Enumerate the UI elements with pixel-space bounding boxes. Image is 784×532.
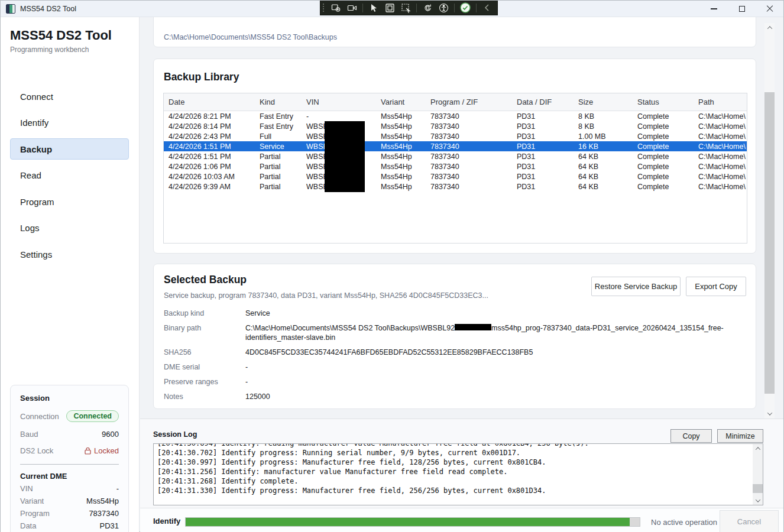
sidebar-item-logs[interactable]: Logs [10,218,129,239]
session-log-title: Session Log [153,430,197,439]
main-scrollbar-thumb[interactable] [764,92,775,394]
region-select-icon[interactable] [400,2,411,13]
selected-backup-card: Selected Backup Service backup, program … [153,264,756,409]
capture-settings-icon[interactable] [331,2,341,13]
drag-handle[interactable] [323,4,324,12]
scroll-down-icon[interactable] [767,410,772,415]
table-row[interactable]: 4/24/2026 10:03 AMPartialWBSBL92Mss54Hp7… [164,171,747,181]
column-header[interactable]: Data / DIF [512,93,574,111]
detail-value: - [245,377,248,387]
export-copy-button[interactable]: Export Copy [686,277,746,296]
column-header[interactable]: VIN [302,93,376,111]
collapse-icon[interactable] [482,2,493,13]
detail-row: Notes125000 [164,392,732,401]
detail-row: DME serial- [164,362,732,372]
table-cell: Mss54Hp [376,141,426,151]
table-cell: - [302,111,376,121]
sidebar-item-backup[interactable]: Backup [10,138,129,160]
session-sync-icon[interactable] [422,2,433,13]
column-header[interactable]: Path [694,93,747,111]
table-cell: Mss54Hp [376,171,426,181]
main-scroll-area: C:\Mac\Home\Documents\MSS54 DS2 Tool\Bac… [140,17,783,419]
table-cell: C:\Mac\Home\ [694,141,747,151]
screen-record-icon[interactable] [346,2,357,13]
progress-bar [185,517,640,527]
session-log-box[interactable]: [20:41:30.694] Identify: reading manufac… [153,443,763,505]
table-cell: PD31 [512,131,574,141]
table-cell: C:\Mac\Home\ [694,121,747,131]
table-row[interactable]: 4/24/2026 9:39 AMPartialWBSBL92Mss54Hp78… [164,181,747,192]
table-cell: 7837340 [426,181,512,192]
log-scroll-down-icon[interactable] [755,497,760,502]
table-cell: 7837340 [426,131,512,141]
column-header[interactable]: Variant [376,93,426,111]
table-cell: 4/24/2026 1:51 PM [164,141,255,151]
dme-data-row: Data PD31 [20,521,119,530]
dme-vin-row: VIN - [20,484,119,493]
app-window: MSS54 DS2 Tool [0,0,784,532]
current-dme-title: Current DME [20,472,119,481]
session-panel: Session Connection Connected Baud 9600 D… [10,385,129,532]
detail-value: 4D0C845F5CD33EC35744241FA6BFD65EBDFAD52C… [245,348,533,357]
window-select-icon[interactable] [384,2,395,13]
dme-variant-label: Variant [20,497,44,505]
operation-status-text: No active operation [651,518,717,527]
detail-row: Binary pathC:\Mac\Home\Documents\MSS54 D… [164,323,732,342]
dme-variant-row: Variant Mss54Hp [20,497,119,505]
table-cell: Service [255,141,302,151]
sidebar-item-connect[interactable]: Connect [10,86,129,107]
copy-log-button[interactable]: Copy [670,429,712,443]
log-scroll-up-icon[interactable] [755,447,760,452]
status-ok-icon[interactable] [460,2,471,13]
minimize-log-button[interactable]: Minimize [717,429,763,443]
table-cell: 4/24/2026 8:14 PM [164,121,255,131]
table-row[interactable]: 4/24/2026 8:21 PMFast Entry-Mss54Hp78373… [164,111,747,121]
column-header[interactable]: Size [574,93,633,111]
log-scrollbar[interactable] [753,444,763,505]
table-cell: 64 KB [574,171,633,181]
sidebar-item-program[interactable]: Program [10,191,129,212]
maximize-button[interactable] [728,1,756,17]
table-row[interactable]: 4/24/2026 8:14 PMFast EntryWBSBL92Mss54H… [164,121,747,131]
column-header[interactable]: Kind [255,93,302,111]
session-divider [20,464,119,465]
table-cell: C:\Mac\Home\ [694,131,747,141]
table-cell: Mss54Hp [376,121,426,131]
restore-service-backup-button[interactable]: Restore Service Backup [591,277,681,296]
close-button[interactable] [756,1,783,17]
table-cell: Mss54Hp [376,161,426,171]
detail-value: - [245,362,248,372]
cancel-button[interactable]: Cancel [720,510,779,532]
detail-row: SHA2564D0C845F5CD33EC35744241FA6BFD65EBD… [164,348,732,357]
sidebar-item-identify[interactable]: Identify [10,112,129,134]
table-row[interactable]: 4/24/2026 1:51 PMPartialWBSBL92Mss54Hp78… [164,151,747,161]
table-cell: C:\Mac\Home\ [694,161,747,171]
detail-row: Preserve ranges- [164,377,732,387]
pointer-select-icon[interactable] [368,2,379,13]
log-scrollbar-thumb[interactable] [753,484,763,493]
table-cell: Complete [633,151,694,161]
minimize-button[interactable] [700,1,728,17]
ds2-lock-value: Locked [94,446,119,455]
column-header[interactable]: Date [164,93,255,111]
table-cell: 64 KB [574,161,633,171]
dme-program-row: Program 7837340 [20,509,119,518]
column-header[interactable]: Program / ZIF [426,93,512,111]
table-row[interactable]: 4/24/2026 2:43 PMFullWBSBL92Mss54Hp78373… [164,131,747,141]
table-row[interactable]: 4/24/2026 1:06 PMPartialWBSBL92Mss54Hp78… [164,161,747,171]
accessibility-icon[interactable] [438,2,449,13]
table-row[interactable]: 4/24/2026 1:51 PMServiceWBSBL92Mss54Hp78… [164,141,747,151]
table-cell: PD31 [512,181,574,192]
table-cell: 8 KB [574,121,633,131]
backup-library-title: Backup Library [164,71,756,83]
ds2-lock-row: DS2 Lock Locked [20,446,119,455]
dme-variant-value: Mss54Hp [86,497,119,505]
table-cell: 7837340 [426,121,512,131]
table-cell: PD31 [512,141,574,151]
sidebar-item-settings[interactable]: Settings [10,244,129,265]
scroll-up-icon[interactable] [767,26,772,31]
column-header[interactable]: Status [633,93,694,111]
sidebar-item-read[interactable]: Read [10,165,129,186]
detail-label: DME serial [164,362,245,372]
main-scrollbar[interactable] [764,23,775,419]
